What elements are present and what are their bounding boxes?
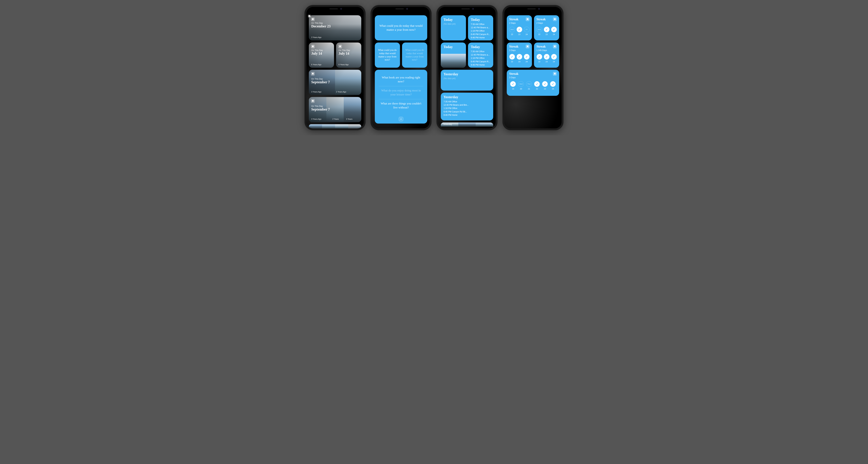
yesterday-title: Yesterday (441, 70, 493, 77)
bookmark-icon (553, 72, 557, 76)
check-icon: ✓ (551, 27, 557, 32)
streak-day: ✓22 (509, 54, 515, 63)
prompt-text: What could you do today that would matte… (375, 24, 427, 32)
prompt-widget-large[interactable]: What book are you reading right now? Wha… (375, 70, 427, 124)
streak-day: ✓23 (542, 81, 548, 90)
streak-day: ✓24 (551, 54, 557, 63)
prompt-widget-medium[interactable]: What could you do today that would matte… (375, 15, 427, 40)
day-number: 23 (544, 88, 546, 90)
yesterday-widget-empty[interactable]: Yesterday (No data yet) (441, 70, 493, 91)
streak-day: ✓22 (534, 81, 540, 90)
notch (519, 7, 547, 11)
years-ago-label: 3 Years Ago (311, 36, 321, 38)
day-number: 22 (538, 33, 540, 35)
check-icon: ✓ (517, 27, 522, 32)
streak-day: ✓19 (510, 81, 516, 90)
entry-list: 7:35 AM Office12:40 PM Beans a...1:18 PM… (468, 23, 493, 39)
streak-widget-small[interactable]: Streak3 Days✓22✓23✓24 (507, 42, 532, 68)
day-number: 20 (520, 88, 522, 90)
notch (387, 7, 415, 11)
streak-day: Wed22 (509, 27, 515, 35)
phone-4: 9:41 Streak2 DaysWed22✓23Fri24 Streak2 D… (503, 5, 563, 130)
entry-line: 12:40 PM Beans a... (471, 53, 490, 57)
streak-count: 2 Days (534, 22, 559, 24)
on-this-day-widget-peek[interactable] (309, 124, 361, 128)
day-number: 23 (546, 61, 548, 63)
streak-day: ✓24 (551, 27, 557, 35)
check-icon: ✓ (544, 27, 550, 32)
streak-day: ✓22 (536, 54, 542, 63)
phone-3: 9:41 Today (No data yet) Today 7:35 AM O… (437, 5, 497, 130)
today-widget-empty[interactable]: Today (No data yet) (441, 15, 466, 40)
day-number: 23 (546, 33, 548, 35)
bookmark-icon (526, 44, 529, 48)
bookmark-icon (311, 18, 315, 21)
today-title: Today (441, 15, 466, 23)
entry-line: 7:35 AM Office (471, 23, 490, 26)
streak-day: Thur21 (526, 81, 532, 90)
empty-day-icon: Thur (526, 81, 532, 87)
empty-day-icon: Wed (518, 81, 524, 87)
bookmark-icon (553, 44, 557, 48)
streak-widget-small[interactable]: Streak2 DaysWed22✓23✓24 (534, 15, 559, 40)
prompt-widget-small-faded[interactable]: What could you do today that would matte… (402, 42, 427, 68)
on-this-day-widget-small[interactable]: On This Day July 14 6 Years Ago (309, 42, 334, 68)
streak-widget-small[interactable]: Streak1,345 Days✓22✓23✓24 (534, 42, 559, 68)
today-widget-photo[interactable]: Today (441, 42, 466, 68)
prompt-widget-small[interactable]: What could you do today that would matte… (375, 42, 400, 68)
day-number: 22 (538, 61, 540, 63)
entry-line: 6:45 PM Canyon Rd 56... (443, 110, 490, 113)
streak-count: 1,345 Days (534, 49, 559, 52)
entry-line: 8:46 PM Home (471, 63, 490, 67)
streak-title: Streak (536, 44, 546, 48)
streak-day: ✓24 (524, 54, 529, 63)
day-number: 24 (552, 88, 554, 90)
today-widget-entries[interactable]: Today 7:35 AM Office12:40 PM Beans a...1… (468, 42, 493, 68)
entry-line: 6:45 PM Canyon R... (471, 60, 490, 63)
notch (321, 7, 349, 11)
check-icon: ✓ (510, 81, 516, 87)
day-number: 22 (511, 61, 513, 63)
phone-2: 9:41 What could you do today that would … (371, 5, 431, 130)
yesterday-widget-peek[interactable]: Yesterday (441, 123, 493, 127)
bookmark-icon (399, 117, 403, 121)
streak-count: 2 Days (507, 22, 532, 24)
day-number: 22 (536, 88, 538, 90)
streak-title: Streak (509, 44, 518, 48)
prompt-text: What book are you reading right now? (375, 73, 427, 86)
day-number: 22 (511, 33, 513, 35)
entry-line: 12:40 PM Beans and Bre... (443, 103, 490, 107)
streak-day: ✓23 (544, 54, 550, 63)
entry-line: 6:45 PM Canyon R... (471, 33, 490, 36)
empty-day-icon: Wed (509, 27, 515, 32)
bookmark-icon (338, 44, 342, 48)
bookmark-icon (311, 44, 315, 48)
bookmark-icon (311, 99, 315, 103)
streak-title: Streak (509, 72, 518, 76)
check-icon: ✓ (536, 54, 542, 60)
check-icon: ✓ (544, 54, 550, 60)
no-data-label: (No data yet) (441, 23, 466, 25)
streak-title: Streak (536, 18, 546, 21)
yesterday-widget-entries[interactable]: Yesterday 7:35 AM Office12:40 PM Beans a… (441, 93, 493, 121)
bookmark-icon (526, 18, 529, 21)
phone-1: 9:41 On This Day December 23 3 Years Ago… (305, 5, 365, 130)
empty-day-icon: Wed (536, 27, 542, 32)
on-this-day-widget-small[interactable]: On This Day July 14 6 Years Ago (336, 42, 361, 68)
on-this-day-widget-medium-3up[interactable]: On This Day September 7 3 Years Ago 2 Ye… (309, 97, 361, 122)
on-this-day-widget-medium[interactable]: On This Day December 23 3 Years Ago (309, 15, 361, 40)
entry-line: 8:46 PM Home (471, 36, 490, 39)
day-number: 24 (526, 61, 528, 63)
check-icon: ✓ (534, 81, 540, 87)
entry-line: 1:18 PM Office (443, 107, 490, 110)
entry-list: 7:35 AM Office12:40 PM Beans and Bre...1… (441, 100, 493, 117)
streak-day: ✓24 (550, 81, 556, 90)
streak-widget-medium[interactable]: Streak3 Days✓19Wed20Thur21✓22✓23✓24 (507, 70, 559, 96)
streak-day: Wed22 (536, 27, 542, 35)
on-this-day-widget-medium-2up[interactable]: On This Day September 7 3 Years Ago 2 Ye… (309, 70, 361, 95)
today-widget-entries[interactable]: Today 7:35 AM Office12:40 PM Beans a...1… (468, 15, 493, 40)
check-icon: ✓ (509, 54, 515, 60)
streak-day: ✓23 (517, 54, 522, 63)
streak-widget-small[interactable]: Streak2 DaysWed22✓23Fri24 (507, 15, 532, 40)
on-this-day-label: On This Day (311, 22, 331, 24)
